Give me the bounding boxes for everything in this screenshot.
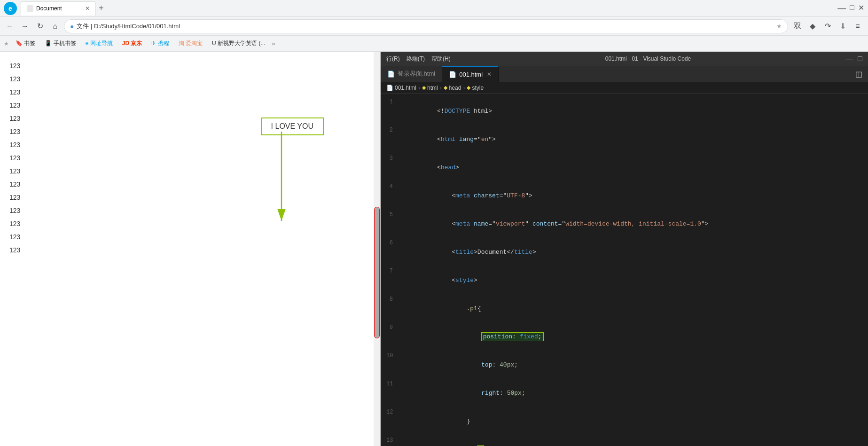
browser-content-pane: I LOVE YOU 123 123 123 123 123 123 bbox=[0, 52, 381, 446]
love-text: I LOVE YOU bbox=[271, 122, 313, 130]
vscode-editor[interactable]: 1 <!DOCTYPE html> 2 <html lang="en"> 3 <… bbox=[381, 94, 868, 446]
vscode-tab-001-label: 001.html bbox=[459, 71, 483, 78]
paragraph-lines: 123 123 123 123 123 123 123 123 123 123 … bbox=[9, 62, 369, 254]
menu-help[interactable]: 帮助(H) bbox=[431, 55, 451, 63]
code-line-11: 11 right: 50px; bbox=[381, 379, 868, 407]
bookmark-item-jd[interactable]: JD 京东 bbox=[119, 39, 145, 48]
bookmark-item-xiecheng[interactable]: ✈ 携程 bbox=[149, 39, 172, 48]
breadcrumb-style: ◆ style bbox=[467, 85, 484, 91]
code-line-8: 8 .p1{ bbox=[381, 295, 868, 323]
line-num-10: 10 bbox=[386, 351, 400, 360]
code-content-6: <title>Document</title> bbox=[400, 238, 862, 266]
vscode-breadcrumb: 📄 001.html › ◆ html › ◆ head › ◆ style bbox=[381, 82, 868, 94]
bookmark-item-shujian[interactable]: 🔖 书签 bbox=[13, 39, 38, 48]
file-icon: 📄 bbox=[386, 85, 393, 91]
code-content-11: right: 50px; bbox=[400, 379, 862, 407]
bookmark-item-xinyeye[interactable]: U 新视野大学英语 (... bbox=[209, 39, 268, 48]
code-line-9: 9 position: fixed; bbox=[381, 323, 868, 351]
menu-row[interactable]: 行(R) bbox=[386, 55, 400, 63]
code-content-13: </style> bbox=[400, 436, 862, 446]
code-line-7: 7 <style> bbox=[381, 266, 868, 295]
breadcrumb-file: 📄 001.html bbox=[386, 85, 416, 91]
toolbar-actions: 双 ◆ ↷ ⇓ ≡ bbox=[791, 20, 864, 33]
minimize-icon[interactable]: — bbox=[837, 3, 846, 13]
window-controls: — □ ✕ bbox=[837, 3, 864, 13]
code-content-5: <meta name="viewport" content="width=dev… bbox=[400, 210, 862, 238]
tab-close-btn[interactable]: ✕ bbox=[85, 5, 90, 12]
p-line-12: 123 bbox=[9, 207, 369, 214]
refresh-button[interactable]: ↻ bbox=[34, 20, 46, 32]
vscode-titlebar: 行(R) 终端(T) 帮助(H) 001.html - 01 - Visual … bbox=[381, 52, 868, 66]
breadcrumb-sep-1: › bbox=[418, 85, 420, 91]
scrollbar-area[interactable] bbox=[374, 52, 380, 446]
star-icon: ★ bbox=[776, 23, 782, 30]
line-num-1: 1 bbox=[386, 97, 400, 107]
browser-titlebar: e Document ✕ + — □ ✕ bbox=[0, 0, 868, 17]
vscode-restore-btn[interactable]: □ bbox=[858, 55, 862, 63]
bookmark-item-aitaobao[interactable]: 淘 爱淘宝 bbox=[176, 39, 205, 48]
content-body: I LOVE YOU 123 123 123 123 123 123 bbox=[0, 52, 380, 264]
vscode-pane: 行(R) 终端(T) 帮助(H) 001.html - 01 - Visual … bbox=[381, 52, 868, 446]
browser-tab[interactable]: Document ✕ bbox=[21, 1, 96, 16]
scrollbar-thumb[interactable] bbox=[374, 207, 380, 338]
line-num-5: 5 bbox=[386, 210, 400, 219]
translate-button[interactable]: 双 bbox=[791, 20, 804, 33]
vscode-layout-button[interactable]: ◫ bbox=[850, 66, 868, 82]
code-content-2: <html lang="en"> bbox=[400, 125, 862, 154]
extensions-button[interactable]: ◆ bbox=[806, 20, 819, 33]
code-line-13: 13 </style> bbox=[381, 436, 868, 446]
p-line-15: 123 bbox=[9, 246, 369, 254]
back-button[interactable]: ← bbox=[4, 20, 16, 32]
vscode-title: 001.html - 01 - Visual Studio Code bbox=[456, 55, 840, 62]
p-line-1: 123 bbox=[9, 62, 369, 70]
p-line-3: 123 bbox=[9, 88, 369, 96]
code-content-9: position: fixed; bbox=[400, 323, 862, 351]
new-tab-button[interactable]: + bbox=[96, 3, 107, 13]
menu-terminal[interactable]: 终端(T) bbox=[407, 55, 425, 63]
menu-button[interactable]: ≡ bbox=[851, 20, 864, 33]
line-num-12: 12 bbox=[386, 407, 400, 417]
line-num-2: 2 bbox=[386, 125, 400, 135]
code-content-1: <!DOCTYPE html> bbox=[400, 97, 862, 125]
love-box: I LOVE YOU bbox=[261, 117, 324, 135]
code-line-6: 6 <title>Document</title> bbox=[381, 238, 868, 266]
code-line-10: 10 top: 40px; bbox=[381, 351, 868, 379]
vscode-tabs: 📄 登录界面.html 📄 001.html ✕ ◫ bbox=[381, 66, 868, 82]
close-window-icon[interactable]: ✕ bbox=[858, 3, 864, 13]
p-line-9: 123 bbox=[9, 167, 369, 175]
bookmarks-more-icon[interactable]: » bbox=[272, 40, 275, 47]
code-line-2: 2 <html lang="en"> bbox=[381, 125, 868, 154]
bookmark-item-phone[interactable]: 📱 手机书签 bbox=[42, 39, 78, 48]
address-bar[interactable]: ● 文件 | D:/Study/HtmlCode/01/001.html ★ bbox=[64, 19, 788, 33]
forward-button[interactable]: → bbox=[19, 20, 31, 32]
breadcrumb-sep-3: › bbox=[463, 85, 465, 91]
code-content-3: <head> bbox=[400, 154, 862, 182]
p-line-2: 123 bbox=[9, 75, 369, 83]
download-button[interactable]: ⇓ bbox=[836, 20, 849, 33]
p-line-4: 123 bbox=[9, 102, 369, 109]
line-num-8: 8 bbox=[386, 295, 400, 304]
vscode-minimize-btn[interactable]: — bbox=[845, 55, 853, 63]
code-content-8: .p1{ bbox=[400, 295, 862, 323]
code-line-4: 4 <meta charset="UTF-8"> bbox=[381, 182, 868, 210]
code-line-12: 12 } bbox=[381, 407, 868, 436]
vscode-menu: 行(R) 终端(T) 帮助(H) bbox=[386, 55, 451, 63]
tab-bar: Document ✕ + bbox=[21, 1, 834, 16]
vscode-tab-close-icon[interactable]: ✕ bbox=[487, 71, 492, 78]
code-content-12: } bbox=[400, 407, 862, 436]
main-area: I LOVE YOU 123 123 123 123 123 123 bbox=[0, 52, 868, 446]
line-num-9: 9 bbox=[386, 323, 400, 332]
line-num-11: 11 bbox=[386, 379, 400, 389]
bookmark-item-wangzhi[interactable]: e 网址导航 bbox=[83, 39, 116, 48]
home-button[interactable]: ⌂ bbox=[49, 20, 61, 32]
line-num-13: 13 bbox=[386, 436, 400, 445]
tab-favicon bbox=[27, 5, 33, 12]
vscode-tab-login[interactable]: 📄 登录界面.html bbox=[381, 66, 442, 82]
vscode-tab-login-icon: 📄 bbox=[387, 70, 395, 78]
code-content-4: <meta charset="UTF-8"> bbox=[400, 182, 862, 210]
restore-icon[interactable]: □ bbox=[850, 3, 854, 13]
undo-button[interactable]: ↷ bbox=[821, 20, 834, 33]
vscode-tab-001[interactable]: 📄 001.html ✕ bbox=[442, 66, 499, 82]
line-num-7: 7 bbox=[386, 266, 400, 276]
vscode-window-controls: — □ bbox=[845, 55, 862, 63]
